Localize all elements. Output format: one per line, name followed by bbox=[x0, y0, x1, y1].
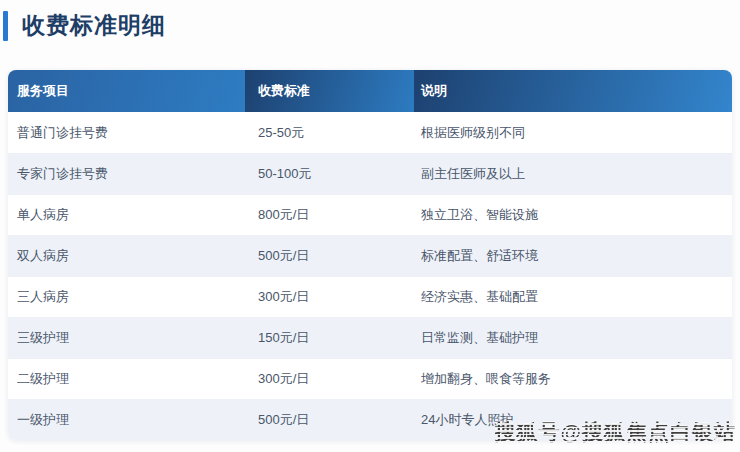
service-item-cell: 三级护理 bbox=[8, 318, 245, 358]
service-item-cell: 二级护理 bbox=[8, 359, 245, 399]
fee-cell: 300元/日 bbox=[245, 277, 414, 317]
column-header-description: 说明 bbox=[414, 70, 732, 112]
watermark: 搜狐号@搜狐焦点白银站 bbox=[495, 418, 736, 446]
title-section: 收费标准明细 bbox=[3, 10, 166, 41]
fee-cell: 300元/日 bbox=[245, 359, 414, 399]
page: { "page": { "title": "收费标准明细", "watermar… bbox=[0, 0, 740, 452]
note-cell: 独立卫浴、智能设施 bbox=[414, 195, 732, 235]
service-item-cell: 三人病房 bbox=[8, 277, 245, 317]
note-cell: 经济实惠、基础配置 bbox=[414, 277, 732, 317]
column-header-service-item: 服务项目 bbox=[8, 70, 245, 112]
service-item-cell: 一级护理 bbox=[8, 400, 245, 440]
service-item-cell: 单人病房 bbox=[8, 195, 245, 235]
table-row: 双人病房 500元/日 标准配置、舒适环境 bbox=[8, 235, 732, 276]
table-row: 二级护理 300元/日 增加翻身、喂食等服务 bbox=[8, 358, 732, 399]
note-cell: 日常监测、基础护理 bbox=[414, 318, 732, 358]
table-body: 普通门诊挂号费 25-50元 根据医师级别不同 专家门诊挂号费 50-100元 … bbox=[8, 112, 732, 440]
table-row: 三级护理 150元/日 日常监测、基础护理 bbox=[8, 317, 732, 358]
table-row: 三人病房 300元/日 经济实惠、基础配置 bbox=[8, 276, 732, 317]
title-accent-bar bbox=[3, 11, 8, 41]
note-cell: 标准配置、舒适环境 bbox=[414, 236, 732, 276]
column-header-fee-standard: 收费标准 bbox=[245, 70, 414, 112]
service-item-cell: 专家门诊挂号费 bbox=[8, 154, 245, 194]
fee-cell: 800元/日 bbox=[245, 195, 414, 235]
fee-cell: 50-100元 bbox=[245, 154, 414, 194]
service-item-cell: 双人病房 bbox=[8, 236, 245, 276]
fee-cell: 500元/日 bbox=[245, 236, 414, 276]
note-cell: 副主任医师及以上 bbox=[414, 154, 732, 194]
table-row: 单人病房 800元/日 独立卫浴、智能设施 bbox=[8, 194, 732, 235]
fee-table: 服务项目 收费标准 说明 普通门诊挂号费 25-50元 根据医师级别不同 专家门… bbox=[8, 70, 732, 440]
fee-cell: 25-50元 bbox=[245, 112, 414, 153]
note-cell: 增加翻身、喂食等服务 bbox=[414, 359, 732, 399]
table-header-row: 服务项目 收费标准 说明 bbox=[8, 70, 732, 112]
note-cell: 根据医师级别不同 bbox=[414, 112, 732, 153]
fee-cell: 500元/日 bbox=[245, 400, 414, 440]
table-row: 普通门诊挂号费 25-50元 根据医师级别不同 bbox=[8, 112, 732, 153]
page-title: 收费标准明细 bbox=[22, 10, 166, 41]
service-item-cell: 普通门诊挂号费 bbox=[8, 112, 245, 153]
fee-cell: 150元/日 bbox=[245, 318, 414, 358]
table-row: 专家门诊挂号费 50-100元 副主任医师及以上 bbox=[8, 153, 732, 194]
